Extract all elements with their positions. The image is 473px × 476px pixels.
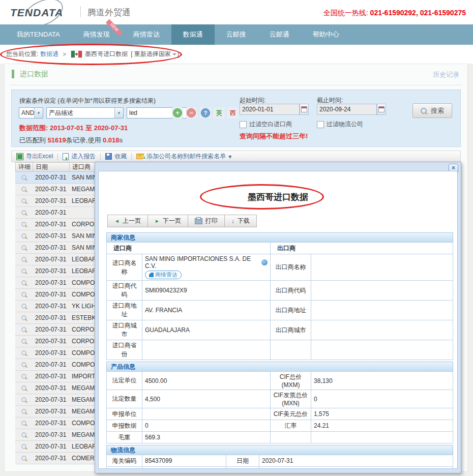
field-value: 4,500 — [142, 390, 271, 408]
nav-tab[interactable]: 商情发现 NEW — [72, 24, 122, 45]
filter-logistics-option[interactable]: 过滤物流公司 — [317, 120, 363, 129]
detail-magnifier-icon[interactable] — [15, 339, 33, 344]
row-date: 2020-07-31 — [33, 443, 69, 450]
print-label: 打印 — [205, 217, 218, 225]
nav-tab[interactable]: 云邮搜 — [215, 24, 258, 45]
nav-tab[interactable]: 商情雷达 — [122, 24, 171, 45]
detail-magnifier-icon[interactable] — [15, 187, 33, 192]
lang-spanish-button[interactable]: 西 — [227, 107, 239, 118]
detail-magnifier-icon[interactable] — [15, 350, 33, 355]
breadcrumb-link-datahub[interactable]: 数据通 — [40, 50, 58, 58]
table-row: 法定单位 4500.00 CIF总价 (MXM) 38,130 — [107, 372, 453, 390]
panel-title-bar — [12, 70, 14, 78]
field-value — [311, 340, 453, 360]
detail-magnifier-icon[interactable] — [15, 362, 33, 367]
lang-english-button[interactable]: 英 — [214, 107, 225, 118]
detail-magnifier-icon[interactable] — [15, 222, 33, 227]
modal-title: 墨西哥进口数据 — [99, 191, 457, 203]
nav-tab[interactable]: 数据通 — [171, 24, 215, 45]
modal-toolbar: ◄上一页 ►下一页 打印 ↓下载 — [107, 215, 256, 227]
checkbox-icon[interactable] — [317, 121, 324, 128]
detail-magnifier-icon[interactable] — [15, 444, 33, 449]
field-label: 海关编码 — [107, 455, 142, 467]
field-label — [271, 340, 311, 360]
field-label: 进口商代码 — [107, 281, 142, 301]
detail-magnifier-icon[interactable] — [15, 409, 33, 414]
end-date-calendar-button[interactable] — [377, 104, 386, 115]
calendar-icon — [301, 106, 307, 112]
condition-label: 搜索条件设定 (在单词中加*用以获得更多搜索结果) — [19, 97, 156, 105]
remove-condition-button[interactable]: − — [186, 107, 197, 118]
question-circle-icon: ? — [201, 108, 210, 117]
favorite-button[interactable]: 收藏 — [101, 152, 131, 161]
detail-magnifier-icon[interactable] — [15, 198, 33, 203]
field-label — [271, 432, 311, 443]
export-excel-button[interactable]: 导出Excel — [12, 152, 57, 161]
detail-magnifier-icon[interactable] — [15, 304, 33, 309]
detail-magnifier-icon[interactable] — [15, 292, 33, 297]
help-button[interactable]: ? — [200, 107, 211, 118]
row-date: 2020-07-31 — [33, 408, 69, 415]
detail-magnifier-icon[interactable] — [15, 175, 33, 180]
end-date-input[interactable] — [317, 104, 377, 115]
table-row: 进口商名称 SAN MING IMPORTACIONES S.A. DE C.V… — [107, 254, 453, 281]
nav-tab[interactable]: 我的TENDATA — [5, 24, 72, 45]
reselect-country-link[interactable]: [ 重新选择国家 — [131, 50, 171, 58]
checkbox-icon[interactable] — [240, 121, 247, 128]
filter-blank-importer-option[interactable]: 过滤空白进口商 — [240, 120, 292, 129]
detail-magnifier-icon[interactable] — [15, 421, 33, 426]
next-page-button[interactable]: ►下一页 — [147, 215, 188, 227]
print-button[interactable]: 打印 — [188, 215, 225, 227]
field-label: 出口商地址 — [271, 301, 311, 320]
download-button[interactable]: ↓下载 — [224, 215, 257, 227]
search-button[interactable]: 搜索 — [412, 103, 452, 118]
breadcrumb-current: 墨西哥进口数据 — [85, 50, 128, 58]
breadcrumb-prefix: 您当前位置: — [6, 50, 38, 58]
reselect-country-bracket: ] — [178, 51, 179, 58]
breadcrumb-separator: > — [63, 51, 66, 58]
row-date: 2020-07-31 — [33, 197, 69, 204]
detail-magnifier-icon[interactable] — [15, 233, 33, 239]
detail-magnifier-icon[interactable] — [15, 280, 33, 285]
excel-icon — [16, 153, 23, 160]
add-condition-button[interactable]: + — [172, 107, 183, 118]
table-row: 海关编码 85437099 日期 2020-07-31 — [107, 455, 453, 467]
detail-magnifier-icon[interactable] — [15, 456, 33, 461]
tendata-logo[interactable]: TENDATA — [8, 4, 74, 21]
detail-magnifier-icon[interactable] — [15, 374, 33, 379]
chevron-down-icon[interactable] — [172, 53, 176, 57]
field-label: 出口商代码 — [271, 281, 311, 301]
history-link[interactable]: 历史记录 — [433, 70, 459, 79]
field-label: CIF发票总价(MXN) — [271, 390, 311, 408]
search-field-select[interactable]: 产品描述 ▼ — [46, 107, 124, 118]
globe-icon[interactable] — [261, 259, 268, 265]
field-value — [142, 340, 271, 360]
boolean-operator-select[interactable]: AND ▼ — [19, 107, 43, 118]
row-date: 2020-07-31 — [33, 326, 69, 333]
nav-tab[interactable]: 帮助中心 — [301, 24, 351, 45]
detail-magnifier-icon[interactable] — [15, 257, 33, 262]
detail-magnifier-icon[interactable] — [15, 210, 33, 215]
detail-magnifier-icon[interactable] — [15, 327, 33, 332]
merchant-table: 进口商 出口商 进口商名称 SAN MING IMPORTACIONES S.A… — [106, 242, 453, 360]
detail-magnifier-icon[interactable] — [15, 397, 33, 402]
business-radar-button[interactable]: 商情雷达 — [145, 271, 182, 279]
detail-magnifier-icon[interactable] — [15, 315, 33, 320]
nav-tab[interactable]: 云邮通 — [258, 24, 301, 45]
importer-name-cell: SAN MING IMPORTACIONES S.A. DE C.V. 商情雷达 — [142, 254, 271, 281]
importer-subheader: 进口商 — [107, 243, 271, 254]
enter-report-button[interactable]: 进入报告 — [58, 152, 100, 161]
boolean-operator-value: AND — [19, 109, 34, 116]
column-header-detail: 详细 — [16, 163, 33, 171]
detail-magnifier-icon[interactable] — [15, 269, 33, 274]
detail-magnifier-icon[interactable] — [15, 385, 33, 391]
detail-magnifier-icon[interactable] — [15, 432, 33, 437]
prev-page-button[interactable]: ◄上一页 — [107, 215, 148, 227]
add-to-mail-list-button[interactable]: 添加公司名称到邮件搜索名单 ▾ — [132, 152, 236, 161]
start-date-calendar-button[interactable] — [300, 104, 309, 115]
start-date-input[interactable] — [240, 104, 300, 115]
nav-tab-label: 商情发现 — [83, 30, 110, 39]
main-nav: 我的TENDATA 商情发现 NEW 商情雷达 数据通 云邮搜 云邮通 帮助中心 — [0, 24, 473, 45]
detail-magnifier-icon[interactable] — [15, 245, 33, 250]
row-date: 2020-07-31 — [33, 303, 69, 310]
